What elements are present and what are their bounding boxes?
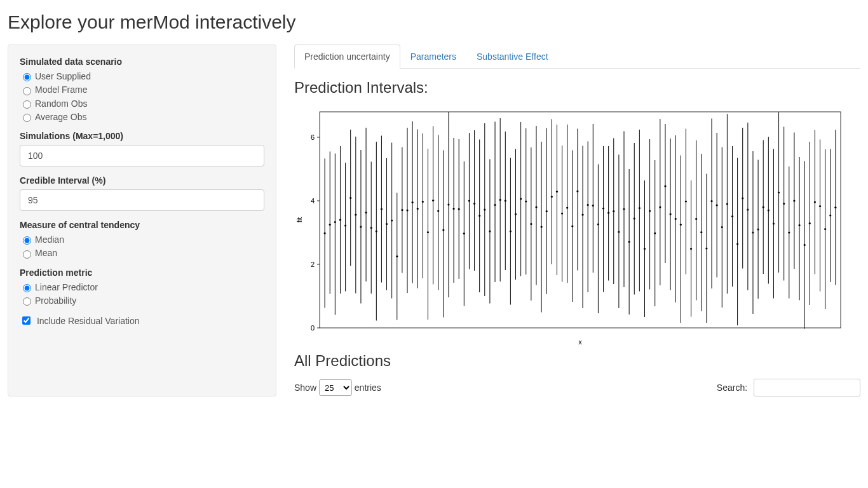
sidebar-panel: Simulated data scenario User SuppliedMod…: [8, 44, 276, 396]
residual-checkbox[interactable]: [22, 316, 31, 325]
svg-point-190: [783, 203, 785, 205]
svg-point-186: [773, 222, 775, 224]
intervals-heading: Prediction Intervals:: [294, 79, 860, 97]
tab-link[interactable]: Parameters: [400, 44, 466, 69]
tab-link[interactable]: Prediction uncertainty: [294, 44, 400, 69]
central-radio-label[interactable]: Median: [35, 234, 64, 245]
svg-point-132: [634, 217, 635, 219]
svg-text:0: 0: [311, 324, 315, 332]
svg-point-30: [370, 227, 372, 229]
svg-point-74: [484, 208, 485, 210]
svg-point-106: [566, 207, 568, 208]
svg-text:6: 6: [311, 133, 315, 141]
scenario-option[interactable]: Random Obs: [20, 98, 264, 109]
svg-point-178: [752, 231, 754, 233]
central-option[interactable]: Median: [20, 234, 264, 245]
scenario-option[interactable]: Model Frame: [20, 84, 264, 95]
svg-point-26: [360, 226, 362, 227]
central-radio[interactable]: [23, 250, 31, 259]
svg-point-92: [530, 223, 532, 225]
scenario-radio[interactable]: [23, 87, 31, 95]
svg-point-166: [721, 226, 723, 228]
allpred-heading: All Predictions: [294, 352, 860, 370]
svg-point-196: [798, 224, 800, 226]
entries-select[interactable]: 102550100: [319, 379, 352, 396]
svg-point-130: [628, 241, 630, 243]
svg-point-56: [437, 210, 439, 212]
scenario-radio-label[interactable]: Average Obs: [35, 112, 86, 122]
svg-point-112: [581, 214, 583, 215]
svg-point-58: [442, 229, 444, 231]
svg-point-152: [685, 200, 687, 202]
svg-point-138: [649, 210, 651, 212]
prediction-chart: 0246xfit: [294, 105, 860, 347]
scenario-radio-label[interactable]: User Supplied: [35, 71, 91, 81]
simulations-input[interactable]: [20, 145, 264, 166]
svg-point-204: [819, 205, 821, 207]
scenario-radio[interactable]: [23, 100, 31, 109]
scenario-option[interactable]: Average Obs: [20, 111, 264, 122]
svg-text:2: 2: [311, 261, 315, 268]
tab-link[interactable]: Substantive Effect: [466, 44, 559, 69]
metric-option[interactable]: Probability: [20, 295, 264, 306]
svg-point-154: [690, 248, 692, 250]
svg-point-76: [489, 230, 491, 232]
scenario-radio[interactable]: [23, 73, 31, 81]
scenario-radio-label[interactable]: Random Obs: [35, 98, 87, 109]
show-suffix: entries: [355, 383, 381, 393]
svg-point-140: [654, 232, 656, 234]
svg-point-24: [355, 214, 356, 215]
metric-radio[interactable]: [23, 297, 31, 306]
svg-point-110: [576, 190, 578, 192]
svg-point-134: [639, 207, 641, 209]
svg-point-144: [664, 185, 666, 187]
central-radio[interactable]: [23, 236, 31, 245]
svg-point-40: [396, 255, 398, 257]
svg-point-124: [613, 210, 614, 212]
svg-point-182: [763, 206, 764, 208]
credible-input[interactable]: [20, 189, 264, 211]
search-input[interactable]: [754, 379, 860, 396]
svg-point-136: [644, 248, 646, 250]
tab[interactable]: Parameters: [400, 44, 466, 69]
svg-point-176: [747, 208, 749, 210]
svg-point-64: [458, 208, 460, 210]
scenario-option[interactable]: User Supplied: [20, 71, 264, 81]
search-label: Search:: [717, 383, 747, 393]
scenario-radio[interactable]: [23, 114, 31, 122]
svg-point-80: [499, 199, 501, 201]
simulations-group: Simulations (Max=1,000): [20, 131, 264, 166]
svg-point-126: [618, 231, 620, 233]
residual-label[interactable]: Include Residual Variation: [37, 316, 140, 326]
svg-point-86: [515, 213, 517, 215]
datatable-controls: Show 102550100 entries Search:: [294, 379, 860, 396]
svg-point-104: [561, 212, 563, 214]
svg-point-208: [829, 214, 831, 216]
metric-option[interactable]: Linear Predictor: [20, 281, 264, 292]
svg-point-172: [736, 243, 738, 245]
svg-point-108: [571, 225, 573, 227]
nav-tabs: Prediction uncertaintyParametersSubstant…: [294, 44, 860, 69]
svg-point-52: [427, 231, 429, 233]
svg-point-142: [659, 206, 661, 208]
central-radio-label[interactable]: Mean: [35, 248, 57, 259]
svg-point-14: [329, 224, 331, 226]
svg-point-184: [768, 209, 770, 211]
svg-point-68: [468, 200, 470, 201]
search-control: Search:: [717, 379, 860, 396]
svg-point-36: [386, 223, 388, 225]
tab[interactable]: Prediction uncertainty: [294, 44, 400, 69]
length-control: Show 102550100 entries: [294, 379, 381, 396]
svg-point-198: [804, 244, 806, 246]
metric-radio-label[interactable]: Probability: [35, 295, 76, 306]
residual-checkbox-row[interactable]: Include Residual Variation: [20, 315, 264, 327]
scenario-radio-label[interactable]: Model Frame: [35, 85, 87, 95]
metric-radio-label[interactable]: Linear Predictor: [35, 282, 98, 292]
svg-point-34: [381, 208, 383, 210]
svg-point-60: [447, 203, 449, 205]
svg-point-158: [700, 231, 702, 233]
tab[interactable]: Substantive Effect: [466, 44, 559, 69]
svg-point-82: [505, 200, 506, 201]
central-option[interactable]: Mean: [20, 247, 264, 258]
metric-radio[interactable]: [23, 284, 31, 292]
